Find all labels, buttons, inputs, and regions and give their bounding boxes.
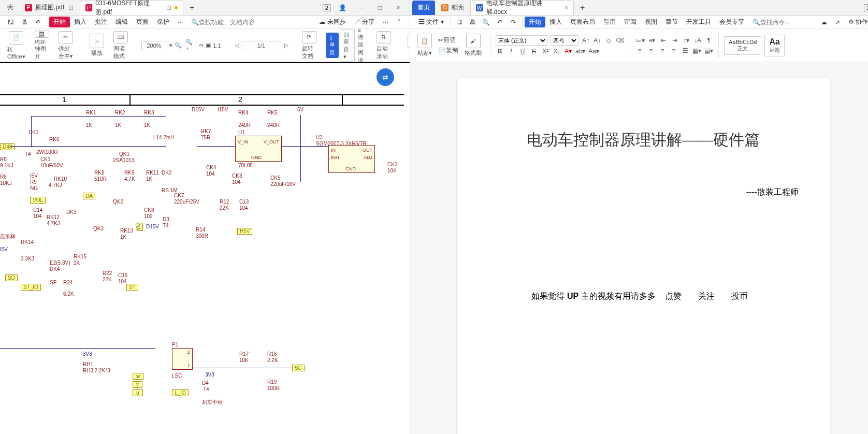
font-size-select[interactable]: 四号 [551, 35, 578, 46]
print-icon[interactable]: 🖶 [20, 18, 29, 27]
pdf-viewport[interactable]: ⇄ 1 2 D15V I15V 5V RK1 1K RK2 1K RK3 1K … [0, 62, 410, 434]
menu-edit[interactable]: 编辑 [111, 17, 132, 27]
new-tab-button[interactable]: + [184, 3, 199, 12]
file-menu[interactable]: ☰ 文件 ▾ [414, 17, 448, 27]
menu-layout[interactable]: 页面布局 [566, 17, 599, 27]
maximize-button[interactable]: □ [370, 1, 389, 15]
undo-icon[interactable]: ↶ [495, 18, 504, 27]
print-icon[interactable]: 🖶 [468, 18, 478, 27]
shading-button[interactable]: ▤▾ [704, 46, 713, 55]
line-spacing-button[interactable]: ↕▾ [682, 36, 690, 45]
tab-close-icon[interactable]: ⊡ [166, 4, 171, 11]
align-justify-button[interactable]: ≡ [670, 46, 678, 55]
underline-button[interactable]: U [518, 47, 527, 56]
menu-start[interactable]: 开始 [49, 17, 70, 27]
strike-button[interactable]: S [530, 47, 538, 56]
cut-button[interactable]: ✂ 剪切 [438, 36, 456, 45]
menu-review[interactable]: 审阅 [620, 17, 641, 27]
bold-button[interactable]: B [496, 47, 504, 56]
copy-button[interactable]: 📄 复制 [438, 46, 458, 55]
distribute-button[interactable]: ☰ [681, 46, 689, 55]
tab-item[interactable]: P 原理图.pdf ⊡ [20, 1, 79, 15]
highlight-button[interactable]: ab▾ [575, 47, 585, 56]
erase-icon[interactable]: ⌫ [616, 36, 625, 45]
menu-vip[interactable]: 会员专享 [715, 17, 748, 27]
zoom-in-icon[interactable]: 🔍+ [185, 39, 193, 52]
paste-button[interactable]: 📋粘贴▾ [414, 31, 435, 60]
play-button[interactable]: ▷播放 [86, 31, 107, 60]
unsynced-button[interactable]: ☁ 未同步 [315, 17, 350, 27]
collab-button[interactable]: ⚙ 协作 [844, 17, 868, 27]
search-input[interactable] [199, 19, 256, 26]
align-left-button[interactable]: ≡ [635, 46, 644, 55]
superscript-button[interactable]: X² [541, 47, 549, 56]
share-button[interactable]: ↗ 分享 [350, 17, 379, 27]
menu-view[interactable]: 视图 [641, 17, 661, 27]
font-name-select[interactable]: 宋体 (正文) [496, 35, 547, 46]
prev-page-icon[interactable]: ◁ [235, 42, 239, 49]
bullets-button[interactable]: ≔▾ [635, 36, 645, 45]
cloud-sync-icon[interactable]: ☁ [819, 18, 829, 27]
tab-home[interactable]: 首页 [412, 1, 435, 15]
borders-button[interactable]: ▦▾ [692, 46, 701, 55]
menu-section[interactable]: 章节 [661, 17, 682, 27]
window-count-badge[interactable]: 1 [864, 4, 868, 11]
menu-protect[interactable]: 保护 [153, 17, 173, 27]
style-heading[interactable]: Aa 标题 [764, 35, 784, 56]
autoscroll-button[interactable]: ⇅自动滚动 [373, 31, 394, 60]
actual-size-icon[interactable]: 1:1 [213, 42, 221, 49]
tab-close-icon[interactable]: × [565, 4, 568, 11]
menu-insert[interactable]: 插入 [545, 17, 566, 27]
align-right-button[interactable]: ≡ [658, 46, 667, 55]
convert-office-button[interactable]: 📄转Office▾ [4, 31, 28, 60]
more-icon[interactable]: ⋯ [381, 18, 390, 27]
save-icon[interactable]: 🖫 [455, 18, 464, 27]
numbering-button[interactable]: ≡▾ [648, 36, 656, 45]
grow-font-icon[interactable]: A↑ [582, 36, 590, 45]
split-merge-button[interactable]: ✂拆分合并▾ [55, 31, 76, 60]
tab-close-icon[interactable]: ⊡ [68, 4, 74, 11]
indent-button[interactable]: ⇥ [671, 36, 679, 45]
tab-item-active[interactable]: P 031-6MOSFET原理图.pdf ⊡ [80, 1, 183, 15]
next-page-icon[interactable]: ▷ [284, 42, 288, 49]
command-search[interactable]: 🔍 [753, 19, 817, 26]
change-case-button[interactable]: Aa▾ [588, 47, 599, 56]
italic-button[interactable]: I [507, 47, 515, 56]
menu-annotate[interactable]: 批注 [91, 17, 111, 27]
font-color-button[interactable]: A▾ [564, 47, 572, 56]
redo-icon[interactable]: ↷ [509, 18, 518, 27]
zoom-value[interactable]: 200% [141, 41, 167, 50]
tab-doc-active[interactable]: W 电动车控制器原理讲解.docx × [470, 1, 574, 15]
tab-daoke[interactable]: D稻壳 [436, 1, 469, 15]
new-tab-button[interactable]: + [575, 3, 590, 12]
chevron-up-icon[interactable]: ˄ [394, 18, 403, 27]
pdf-to-image-button[interactable]: 🖼PDF转图片 [32, 31, 52, 60]
preview-icon[interactable]: 🔍 [482, 18, 491, 27]
show-marks-button[interactable]: ¶ [705, 36, 713, 45]
avatar-icon[interactable]: 👤 [333, 1, 352, 15]
save-icon[interactable]: 🖫 [6, 18, 16, 27]
shrink-font-icon[interactable]: A↓ [593, 36, 601, 45]
zoom-out-icon[interactable]: 🔍- [175, 42, 184, 49]
single-page-button[interactable]: ▯ 单页 [326, 33, 339, 58]
close-window-button[interactable]: × [389, 1, 408, 15]
clear-format-icon[interactable]: ◇ [604, 36, 613, 45]
continuous-button[interactable]: ≡ 连续阅读 [354, 29, 367, 62]
sort-button[interactable]: ↓A [693, 36, 702, 45]
menu-more[interactable]: ··· [173, 18, 187, 27]
outdent-button[interactable]: ⇤ [659, 36, 668, 45]
menu-page[interactable]: 页面 [132, 17, 153, 27]
format-painter-button[interactable]: 🖌格式刷 [461, 31, 485, 60]
double-page-button[interactable]: ▯▯ 双页▾ [340, 30, 353, 62]
search-box[interactable]: 🔍 [191, 19, 256, 26]
menu-devtools[interactable]: 开发工具 [682, 17, 715, 27]
fit-page-icon[interactable]: ▣ [206, 42, 211, 49]
tab-item[interactable]: 壳 [2, 1, 19, 15]
minimize-button[interactable]: — [352, 1, 370, 15]
doc-viewport[interactable]: 电动车控制器原理讲解——硬件篇 ----散装工程师 如果觉得 UP 主的视频有用… [410, 62, 868, 434]
rotate-button[interactable]: ⟳旋转文档 [299, 31, 320, 60]
align-center-button[interactable]: ≡ [647, 46, 655, 55]
style-normal[interactable]: AaBbCcDd 正文 [724, 36, 761, 55]
background-button[interactable]: 👁背景 [404, 31, 410, 60]
menu-ref[interactable]: 引用 [599, 17, 620, 27]
